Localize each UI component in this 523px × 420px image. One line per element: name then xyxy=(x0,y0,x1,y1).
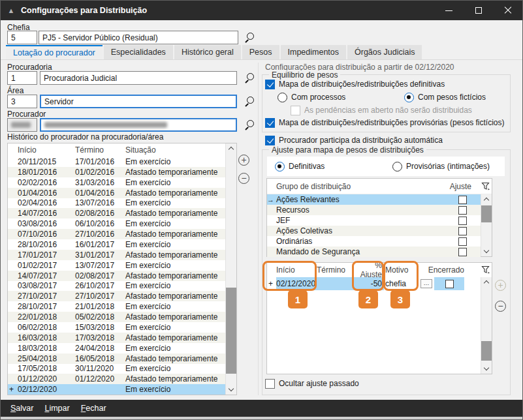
historico-row[interactable]: 14/07/2017 02/08/2017 Afastado temporari… xyxy=(8,271,225,281)
ajuste-checkbox[interactable] xyxy=(458,227,467,235)
checkbox-mapa-provisorias[interactable]: Mapa de distribuições/redistribuições pr… xyxy=(265,118,504,128)
procurador-code-input[interactable] xyxy=(7,118,37,132)
historico-row[interactable]: 17/05/2018 30/11/2020 Em exercício xyxy=(8,364,225,374)
historico-row[interactable]: 14/07/2016 02/08/2016 Afastado temporari… xyxy=(8,208,225,218)
area-code-input[interactable]: 3 xyxy=(7,95,37,108)
ajuste-remove-button[interactable] xyxy=(495,301,506,312)
historico-row[interactable]: 18/03/2018 24/04/2018 Em exercício xyxy=(8,343,225,353)
maximize-button[interactable] xyxy=(464,1,493,20)
checkbox-participa-distribuicao[interactable]: Procurador participa da distribuição aut… xyxy=(265,136,443,145)
grupo-row[interactable]: Ordinárias xyxy=(267,236,481,247)
historico-row[interactable]: 27/10/2017 27/10/2017 Afastado temporari… xyxy=(8,291,225,301)
grupo-row[interactable]: Recursos xyxy=(267,205,481,215)
tab-pesos[interactable]: Pesos xyxy=(242,45,279,59)
encerrado-checkbox[interactable] xyxy=(445,280,454,288)
historico-table: Início Término Situação 20/11/2015 17/01… xyxy=(7,143,237,395)
procuradoria-code-input[interactable]: 1 xyxy=(7,71,37,85)
scroll-up-icon[interactable] xyxy=(481,194,492,204)
historico-row[interactable]: 06/02/2018 15/03/2018 Em exercício xyxy=(8,322,225,333)
scrollbar-thumb[interactable] xyxy=(226,288,236,374)
scroll-down-icon[interactable] xyxy=(481,364,492,374)
grupo-row[interactable]: Mandado de Segurança xyxy=(267,247,481,257)
historico-row[interactable]: 03/08/2016 06/10/2016 Em exercício xyxy=(8,218,225,229)
checkbox-ocultar-ajuste[interactable]: Ocultar ajuste passado xyxy=(265,379,359,389)
radio-com-pesos-ficticios[interactable]: Com pesos fictícios xyxy=(404,93,486,102)
ajuste-checkbox[interactable] xyxy=(458,248,467,256)
scroll-down-icon[interactable] xyxy=(226,385,236,395)
filter-icon[interactable] xyxy=(481,182,490,190)
historico-scrollbar[interactable] xyxy=(225,143,236,395)
chefia-search-icon[interactable] xyxy=(245,33,255,42)
historico-add-button[interactable] xyxy=(238,155,249,166)
procuradoria-search-icon[interactable] xyxy=(245,73,255,83)
historico-row[interactable]: 01/12/2020 01/12/2020 Afastado temporari… xyxy=(8,374,225,384)
ajuste-checkbox[interactable] xyxy=(458,217,467,225)
chefia-name-input[interactable]: PJ5 - Servidor Público (Residual) xyxy=(39,31,238,44)
tab-historico-geral[interactable]: Histórico geral xyxy=(174,45,241,59)
scroll-down-icon[interactable] xyxy=(481,247,492,256)
historico-row[interactable]: 02/04/2016 13/07/2016 Em exercício xyxy=(8,198,225,209)
historico-row[interactable]: 25/04/2018 16/05/2018 Afastado temporari… xyxy=(8,353,225,364)
fechar-button[interactable]: Fechar xyxy=(81,404,106,413)
grupo-row[interactable]: JEF xyxy=(267,215,481,226)
historico-row[interactable]: 01/04/2016 01/04/2016 Afastado temporari… xyxy=(8,188,225,198)
historico-row[interactable]: 03/08/2017 26/10/2017 Em exercício xyxy=(8,281,225,292)
scrollbar-thumb[interactable] xyxy=(481,341,492,361)
panel-divider xyxy=(258,63,259,395)
annotation-box-2 xyxy=(352,261,384,291)
area-search-icon[interactable] xyxy=(245,97,255,106)
radio-com-processos[interactable]: Com processos xyxy=(277,93,345,102)
procurador-name-input[interactable] xyxy=(40,118,237,132)
grupo-row[interactable]: Ações Relevantes xyxy=(267,194,481,205)
window-title: Configurações para Distribuição xyxy=(21,6,147,15)
window-bottom-edge xyxy=(1,417,522,420)
limpar-button[interactable]: Limpar xyxy=(44,404,69,413)
area-label: Área xyxy=(7,86,24,95)
grupo-row[interactable]: Ações Coletivas xyxy=(267,226,481,236)
procurador-search-icon[interactable] xyxy=(245,120,255,130)
ajuste-checkbox[interactable] xyxy=(458,196,467,204)
filter-icon[interactable] xyxy=(481,265,490,274)
checkbox-icon xyxy=(265,379,275,389)
radio-provisorias-intimacoes[interactable]: Provisórias (intimações) xyxy=(392,162,490,172)
ajuste-checkbox[interactable] xyxy=(458,237,467,246)
historico-row[interactable]: 07/10/2016 27/10/2016 Afastado temporari… xyxy=(8,229,225,239)
historico-row[interactable]: 17/01/2017 31/01/2017 Afastado temporari… xyxy=(8,250,225,260)
redacted-value xyxy=(11,122,31,128)
close-button[interactable] xyxy=(493,1,522,20)
tab-orgaos-judiciais[interactable]: Órgãos Judiciais xyxy=(347,45,422,59)
historico-row[interactable]: 18/01/2016 01/02/2016 Afastado temporari… xyxy=(8,167,225,177)
checkbox-mapa-definitivas[interactable]: Mapa de distribuições/redistribuições de… xyxy=(265,80,445,89)
tab-especialidades[interactable]: Especialidades xyxy=(104,45,173,59)
motivo-ellipsis-button[interactable] xyxy=(420,279,432,288)
tab-impedimentos[interactable]: Impedimentos xyxy=(281,45,347,59)
historico-row[interactable]: 28/10/2017 21/01/2018 Em exercício xyxy=(8,301,225,312)
scrollbar-thumb[interactable] xyxy=(481,205,492,222)
area-name-input[interactable]: Servidor xyxy=(40,95,237,108)
scroll-up-icon[interactable] xyxy=(226,143,236,153)
historico-row[interactable]: 22/01/2018 05/02/2018 Afastado temporari… xyxy=(8,312,225,322)
minimize-button[interactable] xyxy=(434,1,464,20)
historico-row[interactable]: 01/02/2017 13/07/2017 Em exercício xyxy=(8,260,225,271)
historico-row[interactable]: 20/11/2015 17/01/2016 Em exercício xyxy=(8,157,225,167)
historico-row[interactable]: 28/10/2016 16/01/2017 Em exercício xyxy=(8,239,225,250)
radio-definitivas[interactable]: Definitivas xyxy=(275,162,325,172)
maximize-icon xyxy=(475,7,482,14)
historico-row[interactable]: 02/02/2016 31/03/2016 Em exercício xyxy=(8,177,225,188)
grupos-scrollbar[interactable] xyxy=(481,194,492,256)
historico-row[interactable]: 16/03/2018 17/03/2018 Afastado temporari… xyxy=(8,333,225,343)
ajuste-add-button[interactable] xyxy=(495,280,506,291)
grupos-header: Grupo de distribuição Ajuste xyxy=(267,179,492,194)
ajustes-scrollbar[interactable] xyxy=(481,277,492,374)
historico-row[interactable]: 02/12/2020 Em exercício xyxy=(8,384,225,395)
grupos-body: Ações Relevantes Recursos JEF xyxy=(267,194,492,257)
tab-lotacao-do-procurador[interactable]: Lotação do procurador xyxy=(6,45,103,59)
procuradoria-name-input[interactable]: Procuradoria Judicial xyxy=(40,71,237,85)
ajuste-group-title: Ajuste para mapa de pesos de distribuiçõ… xyxy=(269,145,426,155)
chefia-code-input[interactable]: 5 xyxy=(7,31,37,44)
ajuste-checkbox[interactable] xyxy=(458,206,467,215)
historico-remove-button[interactable] xyxy=(238,173,249,184)
salvar-button[interactable]: Salvar xyxy=(10,404,33,413)
scroll-up-icon[interactable] xyxy=(481,277,492,287)
annotation-badge-3: 3 xyxy=(390,290,410,308)
